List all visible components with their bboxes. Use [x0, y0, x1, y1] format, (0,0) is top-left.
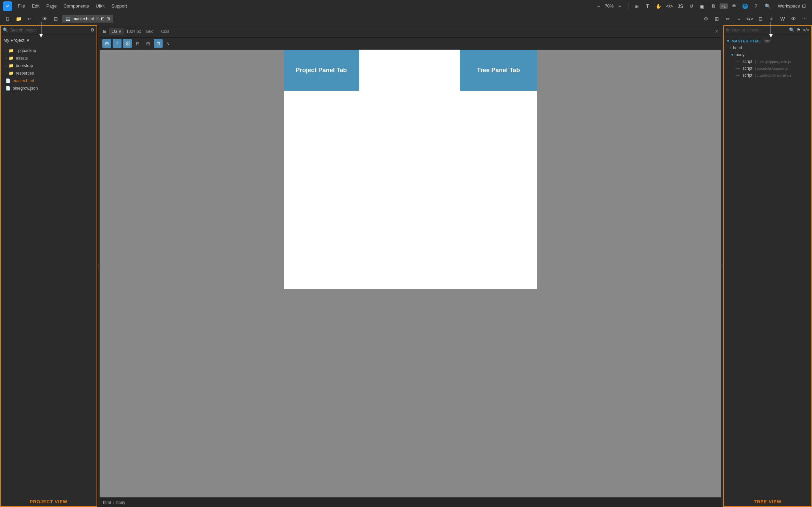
list-item[interactable]: 📄 pinegrow.json: [0, 84, 97, 92]
device-preview-icon[interactable]: ⊡: [51, 14, 61, 24]
list-item[interactable]: › 📁 bootstrap: [0, 62, 97, 69]
wordpress-icon[interactable]: W: [778, 14, 787, 24]
screen-icon[interactable]: ▣: [698, 1, 707, 11]
search-bar: 🔍 ⚙: [0, 25, 97, 35]
breadcrumb-body[interactable]: body: [116, 500, 125, 505]
chevron-down-icon[interactable]: ∨: [164, 39, 173, 48]
chevron-right-icon: ›: [5, 49, 7, 53]
list-item[interactable]: › 📁 _pgbackup: [0, 47, 97, 54]
zoom-in-button[interactable]: +: [615, 1, 625, 11]
refresh-icon[interactable]: ↺: [687, 1, 696, 11]
list-item[interactable]: › 📁 resources: [0, 69, 97, 77]
canvas-icons-row: ⊞ T 🖼 ⊟ ⊞ ⊡ ∨: [100, 38, 721, 50]
tree-node-head[interactable]: › head: [723, 44, 812, 51]
tree-view-content: ▼ MASTER.HTML html › head ▼ body — scrip…: [723, 35, 812, 495]
right-filter-icon[interactable]: ⚑: [797, 27, 801, 32]
chevron-right-icon: ›: [5, 56, 7, 60]
text-tool-icon[interactable]: T: [643, 1, 652, 11]
responsive-icon[interactable]: ⧉: [709, 1, 718, 11]
project-panel-tab-box: Project Panel Tab: [284, 50, 359, 91]
brush-icon[interactable]: ✏: [723, 14, 733, 24]
folder-icon: 📁: [9, 63, 14, 68]
app-logo[interactable]: P: [3, 1, 12, 11]
add-media-icon[interactable]: 🖼: [123, 39, 132, 48]
tree-node-body[interactable]: ▼ body: [723, 51, 812, 58]
open-file-icon[interactable]: 📁: [14, 14, 23, 24]
chevron-right-icon: ›: [5, 64, 7, 68]
close-canvas-button[interactable]: ×: [715, 28, 718, 35]
menu-support[interactable]: Support: [109, 2, 130, 10]
js-icon[interactable]: JS: [676, 1, 685, 11]
right-search-icon[interactable]: 🔍: [789, 27, 795, 32]
expand-icon[interactable]: ⊡: [154, 39, 163, 48]
chevron-right-icon: ›: [5, 72, 7, 75]
layout-icon[interactable]: ⊞: [632, 1, 642, 11]
grid-panel-icon[interactable]: ⊟: [756, 14, 765, 24]
filter-icon[interactable]: ⚙: [90, 27, 94, 32]
tab-area: 💻 master.html ✕ ⊡ ⊞: [62, 15, 113, 23]
dash-icon: —: [736, 66, 740, 71]
status-bar: html › body: [100, 497, 721, 507]
eye-toolbar-icon[interactable]: 👁: [789, 14, 798, 24]
add-text-icon[interactable]: T: [113, 39, 122, 48]
table-view-icon[interactable]: ⊞: [143, 39, 152, 48]
help-icon[interactable]: ?: [751, 1, 761, 11]
menu-components[interactable]: Components: [61, 2, 92, 10]
tree-node-script-1[interactable]: — script | ...ets/js/jquery.min.js: [723, 58, 812, 65]
undo-icon[interactable]: ↩: [25, 14, 34, 24]
collapse-body-icon[interactable]: ▼: [730, 52, 734, 57]
master-html-tab[interactable]: 💻 master.html ✕ ⊡ ⊞: [62, 15, 113, 23]
tab-popout-icon[interactable]: ⊞: [106, 16, 110, 21]
canvas-page: Project Panel Tab Tree Panel Tab: [284, 50, 537, 289]
toolbar: 🗋 📁 ↩ 👁 ⊡ 💻 master.html ✕ ⊡ ⊞ ⚙ ⊞ ✏ ≡ </…: [0, 12, 812, 25]
collapse-icon[interactable]: ▼: [726, 39, 730, 43]
menu-page[interactable]: Page: [43, 2, 59, 10]
tab-close-button[interactable]: ✕: [96, 16, 99, 21]
globe-icon[interactable]: 🌐: [740, 1, 750, 11]
more-toolbar-icon[interactable]: ⋯: [800, 14, 809, 24]
search-input[interactable]: [10, 28, 88, 32]
components-panel-icon[interactable]: ⚛: [767, 14, 776, 24]
canvas-area[interactable]: Project Panel Tab Tree Panel Tab: [100, 50, 721, 497]
folder-icon: 📁: [9, 71, 14, 76]
add-panel-icon[interactable]: ⊞: [712, 14, 722, 24]
tree-node-root[interactable]: ▼ MASTER.HTML html: [723, 38, 812, 44]
list-item[interactable]: › 📁 assets: [0, 54, 97, 62]
breakpoint-selector[interactable]: LG ∨: [109, 28, 124, 35]
settings-panel-icon[interactable]: ⚙: [701, 14, 711, 24]
add-layout-icon[interactable]: ⊞: [102, 39, 111, 48]
right-code-icon[interactable]: </>: [803, 27, 809, 32]
tree-node-script-2[interactable]: — script | assets/js/popper.js: [723, 65, 812, 72]
hand-tool-icon[interactable]: ✋: [654, 1, 663, 11]
tree-node-script-3[interactable]: — script | .../js/bootstrap.min.js: [723, 72, 812, 79]
tab-split-icon[interactable]: ⊡: [101, 16, 104, 21]
html-file-icon: 📄: [5, 78, 11, 83]
code-tool-icon[interactable]: </>: [665, 1, 674, 11]
cols-button[interactable]: Cols: [158, 28, 172, 35]
file-tree: › 📁 _pgbackup › 📁 assets › 📁 bootstrap ›…: [0, 46, 97, 495]
tree-view-label: TREE VIEW: [723, 495, 812, 507]
menu-file[interactable]: File: [15, 2, 28, 10]
breadcrumb-html[interactable]: html: [103, 500, 111, 505]
search-magnify-icon[interactable]: 🔍: [763, 1, 772, 11]
menu-uikit[interactable]: UIkit: [93, 2, 107, 10]
preview-icon[interactable]: 👁: [40, 14, 50, 24]
list-item[interactable]: 📄 master.html: [0, 77, 97, 84]
eye-slash-icon[interactable]: 👁: [729, 1, 739, 11]
workspace-label: Workspace: [778, 3, 800, 9]
expand-icon[interactable]: ›: [730, 46, 732, 50]
right-search-input[interactable]: [726, 28, 787, 32]
menu-edit[interactable]: Edit: [29, 2, 42, 10]
json-file-icon: 📄: [5, 86, 11, 91]
align-icon[interactable]: ≡: [734, 14, 744, 24]
workspace-button[interactable]: Workspace ⊡: [774, 2, 809, 10]
menu-bar: P File Edit Page Components UIkit Suppor…: [0, 0, 812, 12]
zoom-out-button[interactable]: −: [594, 1, 604, 11]
grid-view-icon[interactable]: ⊟: [133, 39, 142, 48]
grid-button[interactable]: Grid: [143, 28, 156, 35]
canvas-toolbar: 🖥 LG ∨ 1024 px Grid Cols ×: [100, 25, 721, 38]
project-header[interactable]: My Project ∨: [0, 35, 97, 46]
code-panel-icon[interactable]: </>: [745, 14, 754, 24]
px-display: 1024 px: [126, 29, 141, 34]
new-file-icon[interactable]: 🗋: [3, 14, 12, 24]
